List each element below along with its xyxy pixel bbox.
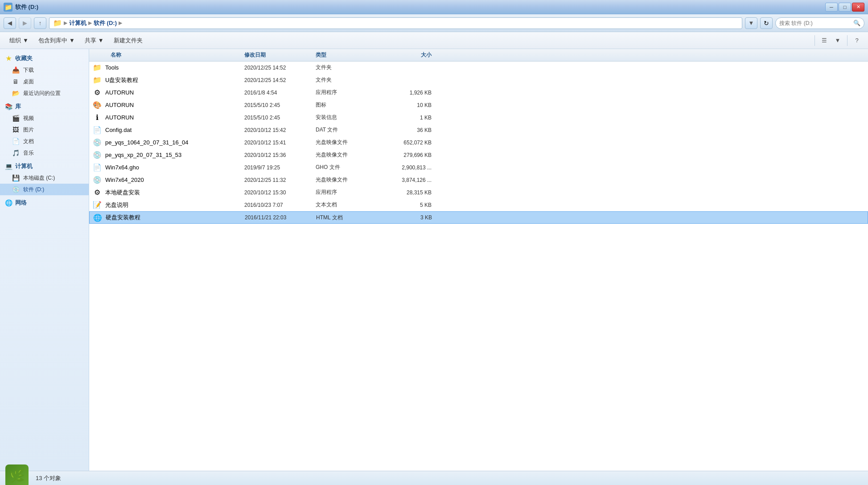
file-name: Config.dat: [105, 127, 132, 133]
path-sep-2: ▶: [88, 20, 92, 26]
dropdown-button[interactable]: ▼: [745, 17, 757, 29]
content-area: 名称 修改日期 类型 大小 📁 Tools 2020/12/25 14:52 文…: [89, 49, 868, 471]
organize-button[interactable]: 组织 ▼: [5, 34, 33, 47]
sidebar-section-favorites: ★ 收藏夹 📥 下载 🖥 桌面 📂 最近访问的位置: [0, 53, 89, 99]
sidebar-item-video[interactable]: 🎬 视频: [0, 112, 89, 124]
path-computer[interactable]: 计算机: [69, 19, 86, 27]
title-bar-controls: ─ □ ✕: [825, 3, 864, 12]
document-label: 文档: [23, 138, 34, 145]
download-icon: 📥: [12, 66, 20, 74]
main-layout: ★ 收藏夹 📥 下载 🖥 桌面 📂 最近访问的位置 📚 库: [0, 49, 868, 471]
table-row[interactable]: 📄 Win7x64.gho 2019/9/7 19:25 GHO 文件 2,90…: [89, 161, 868, 174]
sidebar-item-desktop[interactable]: 🖥 桌面: [0, 76, 89, 87]
col-date[interactable]: 修改日期: [244, 51, 316, 59]
share-label: 共享: [85, 37, 96, 45]
view-list-button[interactable]: ☰: [819, 36, 830, 45]
share-dropdown-icon: ▼: [98, 37, 104, 44]
table-row[interactable]: 📝 光盘说明 2016/10/23 7:07 文本文档 5 KB: [89, 199, 868, 211]
help-button[interactable]: ?: [851, 36, 863, 45]
address-path[interactable]: 📁 ▶ 计算机 ▶ 软件 (D:) ▶: [49, 17, 742, 29]
table-row[interactable]: 📁 Tools 2020/12/25 14:52 文件夹: [89, 62, 868, 74]
status-logo-icon: 🌿: [9, 469, 25, 483]
col-size[interactable]: 大小: [378, 51, 432, 59]
table-row[interactable]: ⚙ AUTORUN 2016/1/8 4:54 应用程序 1,926 KB: [89, 86, 868, 99]
table-row[interactable]: 💿 pe_yqs_1064_20_07_31_16_04 2020/10/12 …: [89, 136, 868, 149]
file-icon: ⚙: [93, 188, 102, 197]
sidebar-header-favorites[interactable]: ★ 收藏夹: [0, 53, 89, 64]
table-row[interactable]: 📄 Config.dat 2020/10/12 15:42 DAT 文件 36 …: [89, 124, 868, 136]
sidebar-section-library: 📚 库 🎬 视频 🖼 图片 📄 文档 🎵 音乐: [0, 101, 89, 159]
sidebar-item-document[interactable]: 📄 文档: [0, 136, 89, 147]
col-type[interactable]: 类型: [316, 51, 378, 59]
up-button[interactable]: ↑: [34, 17, 46, 29]
file-date-cell: 2020/12/25 14:52: [244, 65, 316, 71]
search-box[interactable]: 🔍: [775, 17, 864, 29]
search-input[interactable]: [779, 20, 851, 26]
file-type-cell: HTML 文档: [316, 214, 378, 222]
file-date-cell: 2020/10/12 15:41: [244, 140, 316, 146]
title-bar-left: 📁 软件 (D:): [4, 3, 38, 12]
file-name: AUTORUN: [105, 102, 134, 108]
desktop-icon: 🖥: [12, 78, 20, 86]
view-dropdown-button[interactable]: ▼: [832, 36, 843, 45]
new-folder-label: 新建文件夹: [114, 37, 143, 45]
file-icon: 📝: [93, 201, 102, 210]
table-row[interactable]: 📁 U盘安装教程 2020/12/25 14:52 文件夹: [89, 74, 868, 86]
file-icon: 💿: [93, 176, 102, 185]
table-row[interactable]: 🎨 AUTORUN 2015/5/10 2:45 图标 10 KB: [89, 99, 868, 111]
network-icon: 🌐: [4, 199, 12, 207]
sidebar-header-network[interactable]: 🌐 网络: [0, 197, 89, 209]
status-logo: 🌿: [5, 464, 29, 485]
file-name-cell: 📁 Tools: [93, 63, 244, 72]
file-type-cell: 光盘映像文件: [316, 151, 378, 159]
music-label: 音乐: [23, 149, 34, 157]
minimize-button[interactable]: ─: [825, 3, 838, 12]
new-folder-button[interactable]: 新建文件夹: [110, 34, 147, 47]
path-drive[interactable]: 软件 (D:): [94, 19, 117, 27]
share-button[interactable]: 共享 ▼: [81, 34, 108, 47]
sidebar-item-picture[interactable]: 🖼 图片: [0, 124, 89, 136]
table-row[interactable]: 🌐 硬盘安装教程 2016/11/21 22:03 HTML 文档 3 KB: [89, 211, 868, 224]
file-name: 硬盘安装教程: [106, 214, 140, 222]
file-name: pe_yqs_1064_20_07_31_16_04: [105, 139, 189, 146]
close-button[interactable]: ✕: [852, 3, 864, 12]
file-type-cell: 应用程序: [316, 89, 378, 96]
desktop-label: 桌面: [23, 78, 34, 86]
video-label: 视频: [23, 115, 34, 122]
status-text: 13 个对象: [36, 474, 61, 482]
sidebar-item-download[interactable]: 📥 下载: [0, 64, 89, 76]
back-button[interactable]: ◀: [4, 17, 16, 29]
file-name: AUTORUN: [105, 114, 134, 121]
file-icon: 📄: [93, 163, 102, 172]
video-icon: 🎬: [12, 114, 20, 122]
sidebar-header-computer[interactable]: 💻 计算机: [0, 160, 89, 172]
file-name: pe_yqs_xp_20_07_31_15_53: [105, 152, 181, 158]
picture-label: 图片: [23, 126, 34, 134]
sidebar-item-recent[interactable]: 📂 最近访问的位置: [0, 87, 89, 99]
include-library-button[interactable]: 包含到库中 ▼: [34, 34, 79, 47]
network-label: 网络: [15, 199, 27, 207]
sidebar-header-library[interactable]: 📚 库: [0, 101, 89, 112]
sidebar-item-c-drive[interactable]: 💾 本地磁盘 (C:): [0, 172, 89, 184]
table-row[interactable]: 💿 pe_yqs_xp_20_07_31_15_53 2020/10/12 15…: [89, 149, 868, 161]
path-sep-1: ▶: [64, 20, 67, 26]
search-icon: 🔍: [853, 20, 860, 26]
favorites-label: 收藏夹: [15, 54, 33, 62]
file-size-cell: 5 KB: [378, 202, 432, 208]
sidebar-item-music[interactable]: 🎵 音乐: [0, 147, 89, 159]
maximize-button[interactable]: □: [839, 3, 851, 12]
file-type-cell: 文件夹: [316, 64, 378, 71]
sidebar-item-d-drive[interactable]: 💿 软件 (D:): [0, 184, 89, 195]
file-icon: 🌐: [93, 213, 102, 222]
address-bar: ◀ ▶ ↑ 📁 ▶ 计算机 ▶ 软件 (D:) ▶ ▼ ↻ 🔍: [0, 14, 868, 32]
table-row[interactable]: 💿 Win7x64_2020 2020/12/25 11:32 光盘映像文件 3…: [89, 174, 868, 186]
file-name: 光盘说明: [105, 201, 128, 209]
table-row[interactable]: ⚙ 本地硬盘安装 2020/10/12 15:30 应用程序 28,315 KB: [89, 186, 868, 199]
file-date-cell: 2019/9/7 19:25: [244, 164, 316, 171]
table-row[interactable]: ℹ AUTORUN 2015/5/10 2:45 安装信息 1 KB: [89, 111, 868, 124]
file-icon: 📄: [93, 126, 102, 135]
forward-button[interactable]: ▶: [19, 17, 31, 29]
col-name[interactable]: 名称: [93, 51, 244, 59]
refresh-button[interactable]: ↻: [760, 17, 773, 29]
file-icon: 📁: [93, 63, 102, 72]
